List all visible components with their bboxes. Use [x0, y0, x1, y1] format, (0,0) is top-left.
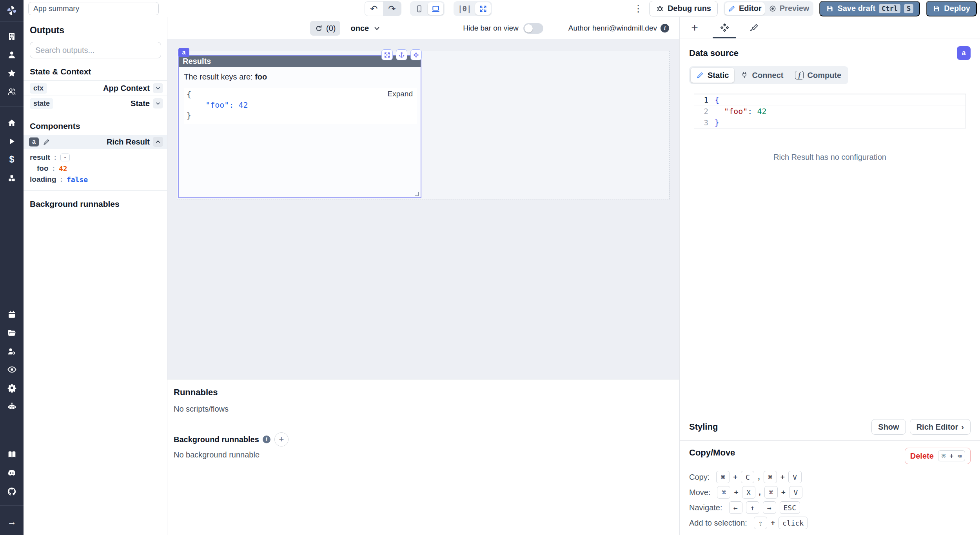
refresh-button[interactable]: (0): [310, 21, 340, 36]
expand-handle-icon[interactable]: [381, 49, 393, 60]
outputs-title: Outputs: [30, 25, 161, 36]
state-type-label: State: [131, 99, 150, 108]
github-icon[interactable]: [0, 482, 24, 501]
kbd-ctrl: Ctrl: [879, 4, 900, 13]
outputs-panel: Outputs State & Context ctx App Context: [24, 17, 167, 535]
groups-icon[interactable]: [0, 82, 24, 101]
discord-icon[interactable]: [0, 464, 24, 482]
delete-component-button[interactable]: Delete ⌘ + ⌫: [905, 448, 971, 464]
author-info-icon[interactable]: i: [661, 24, 669, 33]
home-icon[interactable]: [0, 114, 24, 132]
rail-divider: [0, 106, 24, 107]
show-styling-button[interactable]: Show: [871, 419, 906, 435]
save-draft-button[interactable]: Save draft Ctrl S: [819, 1, 920, 16]
static-json-editor[interactable]: 1 { 2 "foo": 42 3 }: [694, 94, 966, 128]
tab-add-component[interactable]: +: [680, 17, 710, 38]
shortcut-separator: +: [733, 473, 737, 481]
rename-pencil-icon[interactable]: [43, 138, 50, 146]
background-info-icon[interactable]: i: [263, 436, 270, 443]
component-a-row[interactable]: a Rich Result: [24, 135, 167, 149]
brush-icon: [750, 23, 759, 33]
loading-value: false: [67, 175, 88, 184]
preview-tab[interactable]: Preview: [766, 2, 813, 15]
folders-icon[interactable]: [0, 324, 24, 342]
top-bar-actions: ⋮ Debug runs Editor Preview: [633, 1, 980, 16]
resources-boxes-icon[interactable]: [0, 169, 24, 187]
desktop-view-button[interactable]: [428, 2, 443, 15]
audit-eye-icon[interactable]: [0, 360, 24, 379]
ctx-row[interactable]: ctx App Context: [24, 81, 167, 96]
windmill-app-editor: $: [0, 0, 980, 535]
shortcut-row: Add to selection:⇧+click: [689, 516, 971, 530]
copy-move-section: Copy/Move Delete ⌘ + ⌫ Copy:⌘+C,⌘+VMove:…: [680, 441, 980, 535]
tab-theme-brush[interactable]: [739, 17, 769, 38]
runnable-detail-area: [295, 380, 679, 535]
components-title: Components: [30, 121, 161, 131]
favorites-star-icon[interactable]: [0, 64, 24, 82]
full-width-button[interactable]: [475, 2, 491, 15]
shortcut-label: Move:: [689, 488, 710, 497]
collapse-component-button[interactable]: [153, 137, 163, 147]
collapse-result-button[interactable]: -: [60, 154, 70, 161]
data-source-title: Data source: [689, 48, 739, 58]
state-row[interactable]: state State: [24, 96, 167, 111]
shortcut-label: Add to selection:: [689, 519, 747, 528]
styling-title: Styling: [689, 422, 718, 432]
settings-gear-icon[interactable]: [0, 379, 24, 397]
kbd-chip: →: [763, 501, 776, 514]
top-bar: ↶ ↷ |0| ⋮: [24, 0, 980, 17]
hide-bar-toggle[interactable]: [523, 23, 543, 34]
center-layout-button[interactable]: |0|: [455, 2, 474, 15]
state-expand-button[interactable]: [153, 98, 163, 108]
shortcut-separator: +: [780, 473, 785, 481]
variables-dollar-icon[interactable]: $: [0, 150, 24, 169]
anchor-handle-icon[interactable]: [396, 49, 407, 60]
component-id-badge: a: [29, 137, 39, 146]
debug-runs-button[interactable]: Debug runs: [649, 1, 718, 16]
expand-rail-arrow-icon[interactable]: →: [0, 513, 24, 531]
ctx-key-chip: ctx: [30, 83, 47, 94]
kbd-chip: V: [788, 471, 802, 483]
app-summary-input[interactable]: [28, 2, 159, 15]
redo-button[interactable]: ↷: [383, 2, 401, 16]
deploy-button[interactable]: Deploy: [926, 1, 977, 16]
docs-book-icon[interactable]: [0, 445, 24, 464]
add-background-runnable-button[interactable]: +: [274, 432, 289, 446]
shortcut-label: Copy:: [689, 473, 710, 482]
workspace-icon[interactable]: [0, 27, 24, 45]
tab-component-settings[interactable]: [710, 17, 739, 38]
schedule-select[interactable]: once: [350, 24, 380, 33]
compute-mode-button[interactable]: f Compute: [789, 68, 847, 83]
more-menu-button[interactable]: ⋮: [633, 3, 643, 14]
move-handle-icon[interactable]: [410, 49, 422, 60]
search-outputs-input[interactable]: [30, 42, 161, 58]
rich-editor-button[interactable]: Rich Editor ›: [910, 419, 971, 435]
background-runnables-empty: No background runnable: [174, 450, 289, 459]
ctx-expand-button[interactable]: [153, 83, 163, 93]
runs-play-icon[interactable]: [0, 132, 24, 150]
schedules-calendar-icon[interactable]: [0, 305, 24, 324]
mobile-view-button[interactable]: [411, 2, 427, 15]
no-configuration-message: Rich Result has no configuration: [680, 153, 980, 162]
editor-tab[interactable]: Editor: [725, 2, 765, 15]
hide-bar-label: Hide bar on view: [463, 24, 519, 33]
refresh-count: (0): [326, 24, 336, 33]
static-mode-button[interactable]: Static: [691, 68, 734, 83]
kbd-chip: ESC: [780, 501, 800, 514]
resize-handle[interactable]: [415, 192, 419, 196]
app-canvas[interactable]: a: [167, 39, 679, 379]
undo-button[interactable]: ↶: [365, 2, 383, 16]
runnables-panel: Runnables No scripts/flows Background ru…: [167, 379, 679, 535]
expand-link[interactable]: Expand: [388, 90, 413, 98]
shortcut-separator: +: [771, 519, 775, 527]
workers-icon[interactable]: [0, 342, 24, 360]
rich-result-component[interactable]: a: [178, 55, 421, 198]
user-icon[interactable]: [0, 45, 24, 64]
kbd-s: S: [904, 4, 913, 13]
kbd-chip: ⌘: [764, 486, 778, 499]
windmill-logo[interactable]: [0, 0, 24, 21]
tree-row-loading: loading : false: [30, 174, 167, 185]
chevron-right-icon: ›: [961, 423, 964, 432]
connect-mode-button[interactable]: Connect: [735, 68, 789, 83]
ai-robot-icon[interactable]: [0, 397, 24, 416]
